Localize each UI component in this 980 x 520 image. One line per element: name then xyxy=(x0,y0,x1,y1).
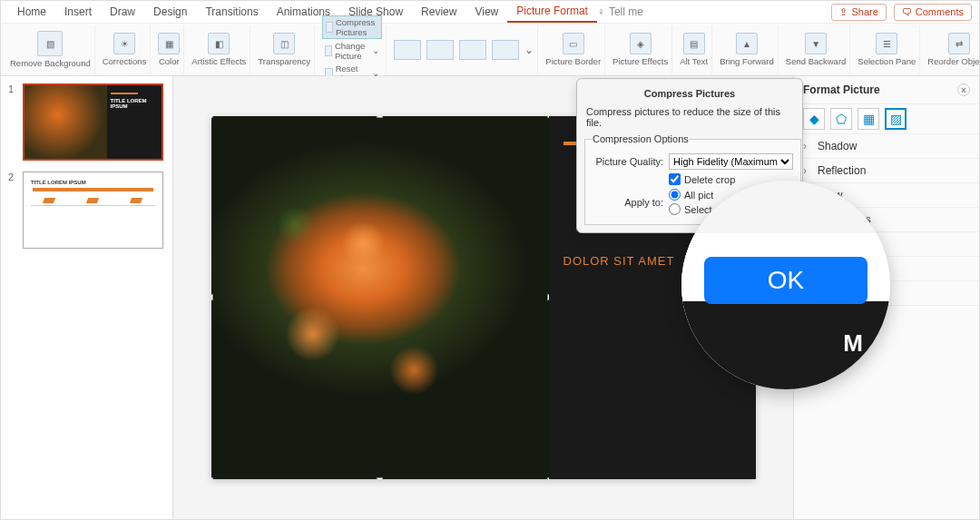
style-thumb-1[interactable] xyxy=(394,40,421,60)
alt-text-icon: ▤ xyxy=(683,33,705,54)
transparency-icon: ◫ xyxy=(273,33,295,54)
effects-icon: ◈ xyxy=(630,33,652,54)
dialog-title: Compress Pictures xyxy=(577,86,802,106)
slide-1-preview: TITLE LOREM IPSUM xyxy=(23,83,163,161)
color-button[interactable]: ▦ Color xyxy=(154,25,184,74)
section-shadow[interactable]: Shadow xyxy=(794,134,979,159)
size-tab[interactable]: ▦ xyxy=(858,108,879,130)
slide-2-preview: TITLE LOREM IPSUM xyxy=(23,172,163,249)
reorder-button[interactable]: ⇄ Reorder Objects xyxy=(924,25,980,74)
color-icon: ▦ xyxy=(158,33,180,54)
remove-background-button[interactable]: ▧ Remove Background xyxy=(6,25,95,74)
tab-draw[interactable]: Draw xyxy=(101,2,144,22)
bring-fwd-icon: ▲ xyxy=(736,33,758,54)
apply-to-label: Apply to: xyxy=(593,197,663,208)
app-window: Home Insert Draw Design Transitions Anim… xyxy=(0,0,980,520)
dialog-section-label: Compression Options xyxy=(593,133,689,144)
apply-selected-radio[interactable]: Select xyxy=(669,203,713,215)
slide-canvas[interactable]: DOLOR SIT AMET Compress Pictures Compres… xyxy=(173,76,793,519)
slide-1-image xyxy=(24,85,107,159)
tab-home[interactable]: Home xyxy=(8,2,55,22)
selection-pane-button[interactable]: ☰ Selection Pane xyxy=(854,25,920,74)
style-thumb-4[interactable] xyxy=(492,40,519,60)
accent-line xyxy=(111,93,138,94)
main-area: 1 TITLE LOREM IPSUM 2 TITLE LOREM IPSUM xyxy=(1,76,979,519)
artistic-icon: ◧ xyxy=(208,33,230,54)
slide-thumb-2[interactable]: 2 TITLE LOREM IPSUM xyxy=(8,172,165,249)
tell-me[interactable]: ♀ Tell me xyxy=(597,5,643,18)
apply-all-radio[interactable]: All pict xyxy=(669,189,713,201)
change-picture-button[interactable]: Change Picture ⌄ xyxy=(322,40,382,62)
fill-tab[interactable]: ◆ xyxy=(803,108,825,130)
slide-panel: 1 TITLE LOREM IPSUM 2 TITLE LOREM IPSUM xyxy=(1,76,173,519)
tab-view[interactable]: View xyxy=(466,2,507,22)
share-icon: ⇪ xyxy=(839,6,848,18)
pane-tabs: ◆ ⬠ ▦ ▨ xyxy=(794,104,979,134)
tabstrip: Home Insert Draw Design Transitions Anim… xyxy=(1,1,979,24)
picture-border-button[interactable]: ▭ Picture Border xyxy=(542,25,605,74)
reorder-icon: ⇄ xyxy=(948,33,970,54)
picture-quality-select[interactable]: High Fidelity (Maximum xyxy=(669,153,793,170)
slide-thumb-1[interactable]: 1 TITLE LOREM IPSUM xyxy=(8,83,165,161)
pane-title: Format Picture xyxy=(803,83,880,96)
change-pic-icon xyxy=(325,45,332,56)
picture-styles-gallery[interactable]: ⌄ xyxy=(390,25,538,74)
effects-tab[interactable]: ⬠ xyxy=(830,108,852,130)
picture-effects-button[interactable]: ◈ Picture Effects xyxy=(609,25,672,74)
tab-review[interactable]: Review xyxy=(412,2,466,22)
ribbon: ▧ Remove Background ☀ Corrections ▦ Colo… xyxy=(1,24,979,76)
compress-icon xyxy=(326,22,333,33)
style-thumb-3[interactable] xyxy=(459,40,486,60)
tab-picture-format[interactable]: Picture Format xyxy=(507,1,597,23)
artistic-effects-button[interactable]: ◧ Artistic Effects xyxy=(188,25,250,74)
dialog-description: Compress pictures to reduce the size of … xyxy=(577,106,802,133)
picture-tab[interactable]: ▨ xyxy=(885,108,906,130)
share-button[interactable]: ⇪ Share xyxy=(831,4,886,21)
compress-pictures-button[interactable]: Compress Pictures xyxy=(322,15,382,39)
transparency-button[interactable]: ◫ Transparency xyxy=(254,25,315,74)
picture-quality-label: Picture Quality: xyxy=(593,156,663,167)
lightbulb-icon: ♀ xyxy=(597,5,605,18)
corrections-icon: ☀ xyxy=(113,33,135,54)
slide-title-fragment: M xyxy=(843,329,865,358)
chevron-down-icon[interactable]: ⌄ xyxy=(524,44,534,56)
corrections-button[interactable]: ☀ Corrections xyxy=(99,25,152,74)
send-backward-button[interactable]: ▼ Send Backward xyxy=(782,25,851,74)
style-thumb-2[interactable] xyxy=(426,40,454,60)
remove-bg-icon: ▧ xyxy=(37,31,63,56)
tab-design[interactable]: Design xyxy=(144,2,196,22)
selected-image[interactable] xyxy=(211,116,549,479)
comment-icon: 🗨 xyxy=(902,6,912,17)
section-reflection[interactable]: Reflection xyxy=(794,159,979,183)
close-icon[interactable]: × xyxy=(957,83,970,96)
alt-text-button[interactable]: ▤ Alt Text xyxy=(676,25,712,74)
send-back-icon: ▼ xyxy=(805,33,827,54)
border-icon: ▭ xyxy=(563,33,584,54)
magnifier-callout: OK M xyxy=(681,181,890,389)
tab-transitions[interactable]: Transitions xyxy=(196,2,267,22)
selection-handles[interactable] xyxy=(211,116,549,479)
tab-insert[interactable]: Insert xyxy=(55,2,101,22)
comments-button[interactable]: 🗨 Comments xyxy=(894,4,972,21)
ok-button[interactable]: OK xyxy=(704,257,867,304)
bring-forward-button[interactable]: ▲ Bring Forward xyxy=(716,25,779,74)
selection-icon: ☰ xyxy=(876,33,897,54)
